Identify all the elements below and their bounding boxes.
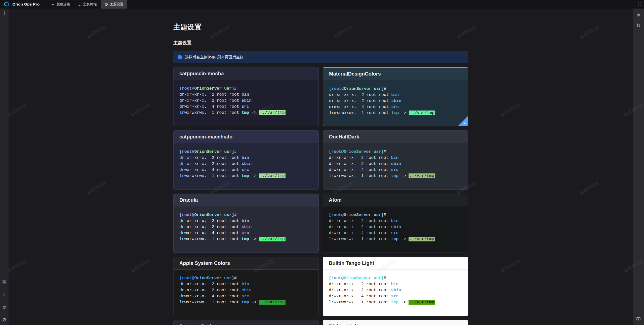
theme-card-builtin-tango-light[interactable]: Builtin Tango Light[root@OrionServer usr… <box>323 257 468 316</box>
tab-theme-settings[interactable]: 主题设置 <box>101 0 127 9</box>
tab-new-connection[interactable]: 新建连接 <box>47 0 74 9</box>
theme-card-header: catppuccin-macchiato <box>174 131 318 143</box>
tab-label: 主题设置 <box>110 2 124 7</box>
theme-card-header: Builtin Tango Light <box>323 257 468 270</box>
theme-name: Builtin Tango Light <box>329 260 374 266</box>
terminal-line: dr-xr-xr-x. 2 root root bin <box>329 155 462 161</box>
terminal-line: lrwxrwxrwx. 1 root root tmp -> ../var/tm… <box>329 299 462 305</box>
theme-name: MaterialDesignColors <box>329 71 381 77</box>
terminal-preview: [root@OrionServer usr]#dr-xr-xr-x. 2 roo… <box>323 206 468 242</box>
terminal-prompt-line: [root@OrionServer usr]# <box>179 275 313 281</box>
theme-card-atom[interactable]: Atom[root@OrionServer usr]#dr-xr-xr-x. 2… <box>323 194 468 253</box>
terminal-line: lrwxrwxrwx. 1 root root tmp -> ../var/tm… <box>329 236 462 242</box>
terminal-prompt-line: [root@OrionServer usr]# <box>329 149 462 155</box>
terminal-line: drwxr-xr-x. 4 root root src <box>329 293 462 299</box>
terminal-line: drwxr-xr-x. 4 root root src <box>329 230 462 236</box>
terminal-line: dr-xr-xr-x. 2 root root bin <box>329 92 462 98</box>
theme-card-header: OneHalfDark <box>323 131 468 143</box>
terminal-line: dr-xr-xr-x. 2 root root bin <box>179 281 313 287</box>
terminal-preview: [root@OrionServer usr]#dr-xr-xr-x. 2 roo… <box>174 206 318 242</box>
terminal-line: drwxr-xr-x. 4 root root src <box>329 104 462 110</box>
theme-name: catppuccin-mocha <box>179 71 224 77</box>
theme-card-header: Duotone Dark <box>174 320 318 325</box>
terminal-line: dr-xr-xr-x. 2 root root bin <box>179 218 313 224</box>
gear-icon: ⚙ <box>2 317 7 322</box>
terminal-line: dr-xr-xr-x. 2 root root sbin <box>329 98 462 104</box>
notice-text: 选择后会立刻保存, 刷新页面后生效 <box>185 55 244 60</box>
terminal-line: drwxr-xr-x. 4 root root src <box>329 167 462 173</box>
command-icon: ⌘ <box>2 280 7 284</box>
terminal-line: drwxr-xr-x. 4 root root src <box>179 230 313 236</box>
theme-card-catppuccin-macchiato[interactable]: catppuccin-macchiato[root@OrionServer us… <box>173 130 319 190</box>
terminal-preview: [root@OrionServer usr]#dr-xr-xr-x. 2 roo… <box>323 270 468 305</box>
fullscreen-button[interactable] <box>637 0 642 9</box>
tab-bar: 新建连接 主机终端 主题设置 <box>47 0 127 9</box>
sidebar-new-button[interactable] <box>2 11 7 16</box>
tab-host-terminal[interactable]: 主机终端 <box>74 0 101 9</box>
theme-card-materialdesigncolors[interactable]: MaterialDesignColors[root@OrionServer us… <box>323 67 468 126</box>
terminal-line: lrwxrwxrwx. 1 root root tmp -> ../var/tm… <box>329 110 462 116</box>
plus-icon <box>2 11 7 15</box>
terminal-line: lrwxrwxrwx. 1 root root tmp -> ../var/tm… <box>329 173 462 179</box>
theme-card-dracula[interactable]: Dracula[root@OrionServer usr]#dr-xr-xr-x… <box>173 194 319 253</box>
terminal-prompt-line: [root@OrionServer usr]# <box>329 212 462 218</box>
terminal-preview: [root@OrionServer usr]#dr-xr-xr-x. 2 roo… <box>323 80 468 116</box>
stamp-icon <box>2 293 7 297</box>
topbar: Orion Ops Pro 新建连接 主机终端 主题设置 <box>0 0 644 9</box>
terminal-preview: [root@OrionServer usr]#dr-xr-xr-x. 2 roo… <box>174 143 318 179</box>
theme-card-apple-system-colors[interactable]: Apple System Colors[root@OrionServer usr… <box>173 257 319 316</box>
terminal-line: lrwxrwxrwx. 1 root root tmp -> ../var/tm… <box>179 110 313 116</box>
app-title: Orion Ops Pro <box>12 2 40 7</box>
sidebar-stamp-button[interactable] <box>2 292 7 297</box>
code-icon <box>636 13 641 17</box>
theme-card-header: BlulocoLight <box>323 320 468 325</box>
palette-icon <box>104 3 108 6</box>
theme-name: BlulocoLight <box>329 323 359 325</box>
app-brand: Orion Ops Pro <box>0 2 44 7</box>
theme-card-catppuccin-mocha[interactable]: catppuccin-mocha[root@OrionServer usr]#d… <box>173 67 319 126</box>
screenshot-button[interactable] <box>635 316 641 322</box>
tab-label: 新建连接 <box>57 2 70 7</box>
terminal-line: drwxr-xr-x. 4 root root src <box>179 167 313 173</box>
terminal-preview: [root@OrionServer usr]#dr-xr-xr-x. 2 roo… <box>323 143 468 179</box>
content-container: 主题设置 主题设置 i 选择后会立刻保存, 刷新页面后生效 catppuccin… <box>173 9 468 325</box>
terminal-line: dr-xr-xr-x. 2 root root sbin <box>179 224 313 230</box>
terminal-prompt-line: [root@OrionServer usr]# <box>179 212 313 218</box>
palette-icon <box>2 305 7 309</box>
terminal-line: dr-xr-xr-x. 2 root root sbin <box>179 287 313 293</box>
terminal-prompt-line: [root@OrionServer usr]# <box>179 149 313 155</box>
check-icon: ✓ <box>463 121 466 126</box>
theme-name: Dracula <box>179 197 198 203</box>
sidebar-command-button[interactable]: ⌘ <box>2 279 7 285</box>
theme-card-header: Apple System Colors <box>174 257 318 270</box>
section-title: 主题设置 <box>173 40 468 46</box>
theme-name: Apple System Colors <box>179 260 230 266</box>
terminal-line: dr-xr-xr-x. 2 root root bin <box>329 281 462 287</box>
theme-card-header: catppuccin-mocha <box>174 67 318 80</box>
left-sidebar-bottom: ⌘ ⚙ <box>2 279 7 325</box>
theme-card-header: MaterialDesignColors <box>323 68 468 80</box>
sort-button[interactable] <box>635 22 641 28</box>
terminal-line: lrwxrwxrwx. 1 root root tmp -> ../var/tm… <box>179 236 313 242</box>
theme-name: OneHalfDark <box>329 134 359 140</box>
terminal-line: dr-xr-xr-x. 2 root root bin <box>179 155 313 161</box>
terminal-prompt-line: [root@OrionServer usr]# <box>179 86 313 92</box>
terminal-line: dr-xr-xr-x. 2 root root bin <box>329 218 462 224</box>
code-snippets-button[interactable] <box>635 12 641 18</box>
theme-card-onehalfdark[interactable]: OneHalfDark[root@OrionServer usr]#dr-xr-… <box>323 130 468 190</box>
main-content: 主题设置 主题设置 i 选择后会立刻保存, 刷新页面后生效 catppuccin… <box>9 9 633 325</box>
sidebar-theme-button[interactable] <box>2 304 7 310</box>
theme-card-duotone-dark[interactable]: Duotone Dark <box>173 320 319 325</box>
terminal-line: lrwxrwxrwx. 1 root root tmp -> ../var/tm… <box>179 173 313 179</box>
theme-card-blulocolight[interactable]: BlulocoLight <box>323 320 468 325</box>
terminal-line: drwxr-xr-x. 4 root root src <box>179 293 313 299</box>
plus-icon <box>51 3 55 6</box>
theme-name: catppuccin-macchiato <box>179 134 232 140</box>
theme-name: Duotone Dark <box>179 323 212 325</box>
terminal-line: dr-xr-xr-x. 2 root root sbin <box>179 98 313 104</box>
theme-name: Atom <box>329 197 342 203</box>
terminal-line: dr-xr-xr-x. 2 root root sbin <box>329 287 462 293</box>
terminal-preview: [root@OrionServer usr]#dr-xr-xr-x. 2 roo… <box>174 270 318 305</box>
sort-arrows-icon <box>636 23 641 27</box>
sidebar-settings-button[interactable]: ⚙ <box>2 317 7 322</box>
